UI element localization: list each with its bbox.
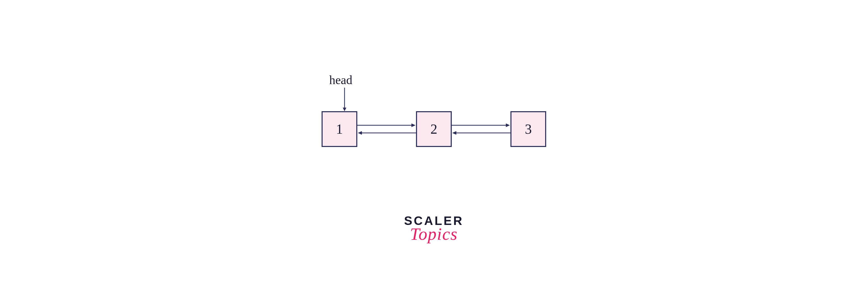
connector-2-3 <box>452 111 510 147</box>
svg-marker-7 <box>506 123 510 127</box>
connector-1-2 <box>357 111 416 147</box>
svg-marker-9 <box>452 131 456 135</box>
bidirectional-arrows-icon <box>357 111 416 147</box>
svg-marker-5 <box>358 131 362 135</box>
head-pointer-label: head <box>329 73 352 87</box>
node-value: 2 <box>431 121 437 137</box>
svg-marker-1 <box>343 108 346 111</box>
doubly-linked-list-diagram: head 1 2 3 <box>321 73 546 175</box>
nodes-row: 1 2 3 <box>321 111 546 147</box>
node-value: 1 <box>336 121 343 137</box>
node-value: 3 <box>525 121 532 137</box>
node-3: 3 <box>510 111 546 147</box>
scaler-topics-logo: SCALER Topics <box>396 215 472 244</box>
node-2: 2 <box>416 111 452 147</box>
svg-marker-3 <box>411 123 415 127</box>
head-arrow-icon <box>342 88 347 112</box>
node-1: 1 <box>321 111 357 147</box>
bidirectional-arrows-icon <box>452 111 510 147</box>
